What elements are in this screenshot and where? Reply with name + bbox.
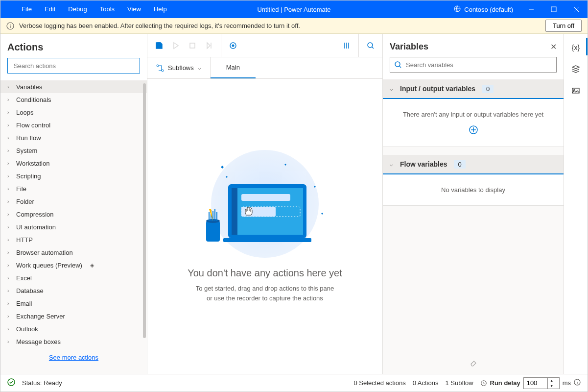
chevron-down-icon: ⌵ [390, 86, 393, 92]
flow-variables-header[interactable]: ⌵ Flow variables 0 [383, 155, 564, 174]
status-selected-actions: 0 Selected actions [353, 379, 405, 387]
action-category[interactable]: ›Loops [0, 106, 147, 119]
info-icon [574, 379, 581, 387]
action-category[interactable]: ›HTTP [0, 233, 147, 246]
see-more-actions-link[interactable]: See more actions [49, 354, 98, 361]
action-category-label: System [16, 147, 37, 154]
maximize-button[interactable] [542, 0, 565, 18]
environment-name: Contoso (default) [464, 6, 513, 13]
action-category[interactable]: ›Browser automation [0, 246, 147, 259]
svg-rect-1 [551, 7, 556, 12]
action-category[interactable]: ›Database [0, 284, 147, 297]
menu-debug[interactable]: Debug [62, 0, 93, 18]
action-category[interactable]: ›Workstation [0, 157, 147, 170]
environment-icon [453, 5, 461, 14]
action-category[interactable]: ›Excel [0, 271, 147, 284]
action-category[interactable]: ›Work queues (Preview)◈ [0, 259, 147, 271]
run-delay-input[interactable]: ▲▼ [523, 377, 560, 389]
menu-file[interactable]: File [15, 0, 38, 18]
eraser-icon[interactable] [470, 359, 477, 367]
action-category[interactable]: ›Email [0, 297, 147, 310]
notification-message: Verbose logging has been enabled. After … [19, 22, 545, 29]
chevron-right-icon: › [7, 97, 11, 102]
menu-view[interactable]: View [121, 0, 147, 18]
menu-tools[interactable]: Tools [94, 0, 121, 18]
chevron-right-icon: › [7, 173, 11, 179]
environment-selector[interactable]: Contoso (default) [447, 0, 520, 18]
svg-point-6 [232, 44, 235, 47]
io-variables-header[interactable]: ⌵ Input / output variables 0 [383, 79, 564, 99]
rail-ui-elements-button[interactable] [566, 59, 586, 79]
action-category[interactable]: ›Flow control [0, 119, 147, 131]
copilot-button[interactable] [339, 38, 354, 53]
variables-search[interactable] [390, 57, 557, 73]
spin-down[interactable]: ▼ [548, 383, 556, 389]
io-variables-count: 0 [482, 85, 494, 93]
close-button[interactable] [565, 0, 588, 18]
info-icon [6, 22, 14, 30]
spin-up[interactable]: ▲ [548, 378, 556, 383]
rail-images-button[interactable] [566, 81, 586, 100]
variables-search-input[interactable] [406, 61, 552, 69]
run-delay-group: Run delay ▲▼ ms [480, 377, 581, 389]
action-category[interactable]: ›Outlook [0, 322, 147, 335]
subflows-dropdown[interactable]: Subflows ⌵ [147, 57, 211, 78]
action-category-label: Scripting [16, 172, 41, 180]
stop-button[interactable] [185, 38, 200, 53]
action-category-label: Exchange Server [16, 313, 65, 320]
svg-point-9 [162, 70, 164, 72]
chevron-right-icon: › [7, 301, 11, 306]
action-category[interactable]: ›UI automation [0, 220, 147, 233]
save-button[interactable] [151, 38, 167, 53]
chevron-right-icon: › [7, 135, 11, 141]
actions-search[interactable] [7, 58, 140, 74]
action-category[interactable]: ›Variables [0, 80, 147, 93]
menu-help[interactable]: Help [147, 0, 173, 18]
action-category[interactable]: ›File [0, 182, 147, 195]
action-category[interactable]: ›Compression [0, 208, 147, 220]
chevron-right-icon: › [7, 199, 11, 204]
action-category[interactable]: ›System [0, 144, 147, 157]
scrollbar-thumb[interactable] [143, 83, 146, 338]
clock-icon [480, 380, 487, 387]
action-category[interactable]: ›Message boxes [0, 335, 147, 348]
run-button[interactable] [168, 38, 184, 53]
tab-main[interactable]: Main [211, 57, 256, 78]
minimize-button[interactable] [520, 0, 542, 18]
actions-search-input[interactable] [12, 62, 136, 70]
rail-variables-button[interactable]: {x} [566, 38, 586, 57]
recorder-button[interactable] [225, 38, 241, 53]
turn-off-button[interactable]: Turn off [545, 20, 582, 32]
actions-category-list[interactable]: ›Variables›Conditionals›Loops›Flow contr… [0, 80, 147, 374]
status-actions-count: 0 Actions [413, 379, 439, 387]
action-category-label: Folder [16, 198, 34, 205]
main-menu: FileEditDebugToolsViewHelp [0, 0, 173, 18]
chevron-right-icon: › [7, 250, 11, 255]
action-category-label: File [16, 185, 26, 193]
add-variable-button[interactable] [469, 125, 478, 135]
action-category[interactable]: ›Folder [0, 195, 147, 208]
window-title: Untitled | Power Automate [257, 6, 330, 13]
action-category-label: Email [16, 300, 32, 307]
action-category-label: Loops [16, 109, 33, 116]
actions-panel: Actions ›Variables›Conditionals›Loops›Fl… [0, 34, 147, 374]
step-button[interactable] [201, 38, 217, 53]
action-category-label: Flow control [16, 122, 50, 129]
action-category-label: UI automation [16, 223, 56, 231]
action-category-label: HTTP [16, 236, 33, 244]
action-category-label: Compression [16, 211, 54, 218]
action-category-label: Variables [16, 83, 42, 91]
chevron-down-icon: ⌵ [198, 65, 201, 71]
action-category[interactable]: ›Run flow [0, 131, 147, 144]
status-text: Status: Ready [22, 379, 62, 387]
chevron-right-icon: › [7, 237, 11, 243]
action-category[interactable]: ›Scripting [0, 170, 147, 182]
designer-toolbar [147, 34, 382, 57]
action-category[interactable]: ›Conditionals [0, 93, 147, 106]
menu-edit[interactable]: Edit [38, 0, 62, 18]
action-category[interactable]: ›Exchange Server [0, 310, 147, 322]
action-category-label: Work queues (Preview) [16, 262, 82, 269]
close-panel-button[interactable]: ✕ [550, 42, 557, 51]
empty-state-illustration [196, 150, 333, 258]
search-button[interactable] [363, 38, 378, 53]
